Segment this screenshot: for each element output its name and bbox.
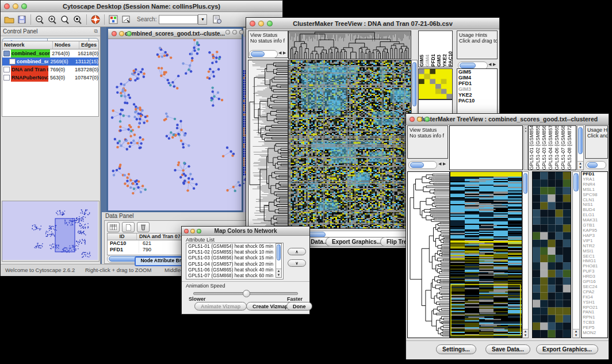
column-label[interactable]: YKE2 xyxy=(442,54,447,67)
zoom-heatmap-vscrollbar[interactable]: ▲▼ xyxy=(572,171,580,338)
scroll-left-arrow[interactable]: ◀ xyxy=(438,162,441,166)
close-button[interactable] xyxy=(184,229,189,233)
gene-label[interactable]: PAC10 xyxy=(457,98,497,104)
column-splitter[interactable]: ▴▾ xyxy=(523,125,528,170)
scrollbar-arrows[interactable]: ▲▼ xyxy=(573,329,579,338)
zoom-fit-icon[interactable] xyxy=(59,14,71,25)
heatmap[interactable] xyxy=(450,171,522,338)
column-label[interactable]: GIM3 xyxy=(436,55,442,67)
gene-label[interactable]: YKE2 xyxy=(457,92,497,98)
attribute-list[interactable]: GPL51-01 (GSM854) heat shock 05 minGPL51… xyxy=(186,243,284,279)
close-button[interactable] xyxy=(112,31,117,36)
attribute-item[interactable]: GPL51-04 (GSM857) heat shock 20 min xyxy=(186,261,283,267)
col-header-nodes[interactable]: Nodes xyxy=(53,41,79,49)
node-attributes-icon[interactable] xyxy=(107,14,120,25)
attribute-item[interactable]: GPL51-01 (GSM854) heat shock 05 min xyxy=(186,243,283,249)
network-canvas-combined[interactable] xyxy=(108,39,242,203)
search-dropdown-button[interactable]: ▼ xyxy=(198,14,207,25)
view-status-scrollbar[interactable] xyxy=(408,161,437,169)
column-label[interactable]: GPL51-01 (GSM854) xyxy=(529,125,535,170)
settings-button[interactable]: Settings... xyxy=(436,344,476,354)
help-lifering-icon[interactable] xyxy=(89,14,102,25)
scrollbar-arrows[interactable]: ▲▼ xyxy=(523,329,528,338)
dialog-titlebar[interactable]: Map Colors to Network xyxy=(182,227,309,236)
scroll-left-arrow[interactable]: ◀ xyxy=(278,51,281,55)
animation-slider-track[interactable] xyxy=(193,292,298,295)
zoom-button[interactable] xyxy=(21,3,27,9)
col-header-edges[interactable]: Edges xyxy=(79,41,98,49)
close-button[interactable] xyxy=(4,3,10,9)
zoom-button[interactable] xyxy=(127,31,132,36)
minimize-button[interactable] xyxy=(417,117,422,122)
treeview-combined-titlebar[interactable]: ClusterMaker TreeView : combined_scores_… xyxy=(406,114,609,125)
network-table-row[interactable]: DNA and Tran 07769(0)183728(0) xyxy=(2,66,98,74)
network-table-row[interactable]: combined_scores2764(0)16218(0) xyxy=(2,49,98,58)
gene-label[interactable]: GIM5 xyxy=(457,69,497,75)
scroll-left-arrow[interactable]: ◀ xyxy=(488,62,491,67)
usage-hints-scrollbar[interactable] xyxy=(586,161,606,169)
column-label[interactable]: GPL51-06 (GSM865) xyxy=(554,125,560,170)
zoom-button[interactable] xyxy=(267,21,273,26)
annotation-icon[interactable] xyxy=(120,14,132,25)
zoom-in-icon[interactable] xyxy=(46,14,59,25)
gene-label[interactable]: GIM4 xyxy=(457,75,497,81)
attribute-item[interactable]: GPL51-06 (GSM865) heat shock 40 min xyxy=(186,267,283,273)
float-panel-icon[interactable]: ⧉ xyxy=(94,28,100,35)
zoom-selected-icon[interactable] xyxy=(71,14,84,25)
minimize-button[interactable] xyxy=(190,229,195,233)
network-overview-panel[interactable] xyxy=(2,201,100,262)
scroll-right-arrow[interactable]: ▶ xyxy=(443,162,446,166)
scroll-right-arrow[interactable]: ▶ xyxy=(493,62,496,67)
save-data-button[interactable]: Save Data... xyxy=(485,344,530,354)
search-input[interactable] xyxy=(159,15,198,24)
column-label[interactable]: GIM5 xyxy=(419,55,424,67)
data-col-id[interactable]: ID xyxy=(108,233,137,240)
column-label[interactable]: GPL51-07 (GSM868) xyxy=(560,125,567,170)
save-icon[interactable] xyxy=(16,14,28,25)
column-labels-vscrollbar[interactable]: ▲▼ xyxy=(577,125,584,170)
mini-heatmap[interactable] xyxy=(418,68,453,99)
main-titlebar[interactable]: Cytoscape Desktop (Session Name: collins… xyxy=(1,1,282,12)
column-label[interactable]: PFD1 xyxy=(430,54,436,67)
close-button[interactable] xyxy=(250,21,255,26)
export-graphics-button[interactable]: Export Graphics... xyxy=(536,344,598,354)
attribute-select-icon[interactable] xyxy=(107,222,120,232)
gene-label[interactable]: GIM3 xyxy=(457,86,497,92)
animation-slider-thumb[interactable] xyxy=(243,290,250,297)
column-label[interactable]: GPL51-02 (GSM855) xyxy=(535,125,541,170)
view-status-scrollbar[interactable] xyxy=(249,50,278,58)
search-options-icon[interactable] xyxy=(211,14,223,25)
attribute-list-vscrollbar[interactable]: ▲▼ xyxy=(276,243,282,278)
delete-attribute-icon[interactable] xyxy=(137,222,150,232)
export-graphics-button[interactable]: Export Graphics... xyxy=(326,237,388,247)
attribute-item[interactable]: GPL51-02 (GSM855) heat shock 10 min xyxy=(186,249,283,255)
gene-label[interactable]: MON2 xyxy=(582,331,607,336)
scrollbar-arrows[interactable]: ▲▼ xyxy=(577,161,583,170)
col-header-network[interactable]: Network xyxy=(2,41,53,49)
new-attribute-icon[interactable] xyxy=(122,222,135,232)
network-overview-canvas[interactable] xyxy=(2,201,98,260)
zoom-button[interactable] xyxy=(424,117,430,122)
close-button[interactable] xyxy=(410,117,415,122)
column-label[interactable]: GPL51-04 (GSM857) xyxy=(548,125,554,170)
zoom-heatmap[interactable] xyxy=(532,171,571,338)
row-dendrogram[interactable] xyxy=(407,171,450,338)
gene-list-panel[interactable]: PFD1YRA1RNR4MSL1SPC98CLN1NIS1BUD4ELG1MAK… xyxy=(581,171,608,338)
zoom-button[interactable] xyxy=(197,229,201,233)
heatmap-vscrollbar[interactable]: ▲▼ xyxy=(522,171,529,338)
attribute-item[interactable]: GPL51-07 (GSM868) heat shock 60 min xyxy=(186,273,283,278)
column-label[interactable]: GPL51-08 (GSM872) xyxy=(567,125,573,170)
treeview-dna-titlebar[interactable]: ClusterMaker TreeView : DNA and Tran 07-… xyxy=(246,18,499,29)
column-dendrogram[interactable] xyxy=(288,30,411,59)
column-label[interactable]: PAC10 xyxy=(447,51,453,67)
scrollbar-arrows[interactable]: ▲▼ xyxy=(276,269,281,277)
zoom-out-icon[interactable] xyxy=(33,14,46,25)
animate-vizmap-button[interactable]: Animate Vizmap xyxy=(194,302,247,311)
zoom-button[interactable] xyxy=(239,30,244,35)
move-up-button[interactable]: ∧ xyxy=(288,248,306,255)
minimize-button[interactable] xyxy=(258,21,264,26)
gene-label[interactable]: PFD1 xyxy=(457,81,497,86)
scroll-right-arrow[interactable]: ▶ xyxy=(283,51,286,55)
column-label[interactable]: GIM4 xyxy=(424,55,430,67)
open-file-icon[interactable] xyxy=(3,14,16,25)
